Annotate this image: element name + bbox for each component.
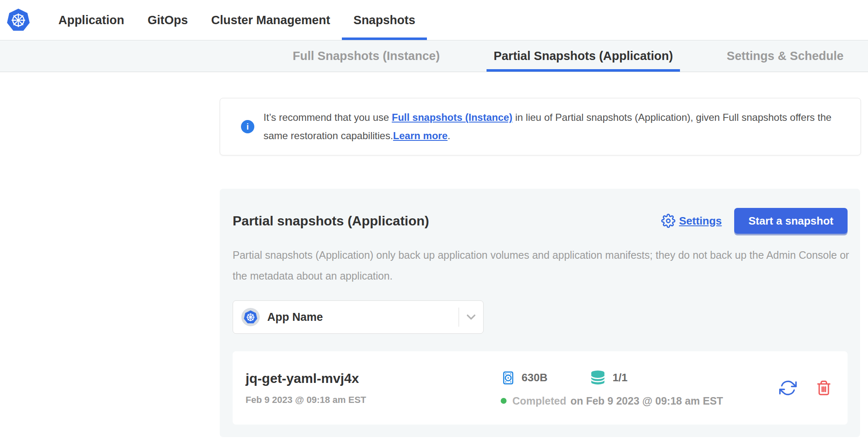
tab-settings-schedule[interactable]: Settings & Schedule — [720, 40, 850, 72]
start-snapshot-button[interactable]: Start a snapshot — [734, 208, 848, 234]
status-label: Completed — [512, 395, 566, 407]
main-content: i It’s recommend that you use Full snaps… — [0, 72, 868, 437]
delete-snapshot-button[interactable] — [816, 380, 832, 396]
top-nav: Application GitOps Cluster Management Sn… — [0, 0, 868, 40]
status-dot-icon — [501, 398, 507, 404]
snapshot-size-value: 630B — [522, 371, 547, 384]
snapshot-metrics: 630B 1/1 — [501, 369, 723, 387]
page-title: Partial snapshots (Application) — [233, 213, 429, 229]
gear-icon — [661, 214, 675, 228]
disk-icon — [501, 370, 516, 385]
info-text-end: . — [448, 130, 451, 141]
info-banner-text: It’s recommend that you use Full snapsho… — [263, 108, 844, 145]
nav-gitops[interactable]: GitOps — [136, 0, 200, 40]
trash-icon — [816, 380, 832, 396]
restore-icon — [779, 379, 797, 397]
snapshot-row: jq-get-yaml-mvj4x Feb 9 2023 @ 09:18 am … — [233, 351, 848, 425]
app-badge — [241, 308, 260, 326]
info-banner: i It’s recommend that you use Full snaps… — [220, 98, 861, 155]
settings-link[interactable]: Settings — [661, 214, 722, 228]
restore-snapshot-button[interactable] — [779, 379, 797, 397]
database-icon — [589, 369, 607, 387]
nav-cluster-management[interactable]: Cluster Management — [200, 0, 342, 40]
settings-link-label: Settings — [679, 215, 722, 228]
snapshot-size: 630B — [501, 370, 547, 385]
kubernetes-logo-icon — [6, 8, 30, 32]
snapshot-created-at: Feb 9 2023 @ 09:18 am EST — [246, 395, 501, 405]
panel-actions: Settings Start a snapshot — [661, 208, 848, 234]
app-selector-dropdown[interactable]: App Name — [233, 300, 484, 334]
snapshot-details: 630B 1/1 — [501, 369, 723, 407]
chevron-down-icon[interactable] — [459, 310, 483, 324]
nav-application[interactable]: Application — [47, 0, 136, 40]
snapshot-identity: jq-get-yaml-mvj4x Feb 9 2023 @ 09:18 am … — [246, 371, 501, 405]
top-nav-items: Application GitOps Cluster Management Sn… — [47, 0, 427, 40]
snapshot-name: jq-get-yaml-mvj4x — [246, 371, 501, 386]
status-finished-at: on Feb 9 2023 @ 09:18 am EST — [570, 395, 723, 407]
snapshots-tab-bar: Full Snapshots (Instance) Partial Snapsh… — [0, 40, 868, 72]
tab-full-snapshots[interactable]: Full Snapshots (Instance) — [286, 40, 447, 72]
panel-header: Partial snapshots (Application) Settings… — [233, 208, 848, 234]
nav-snapshots[interactable]: Snapshots — [342, 0, 427, 40]
partial-snapshots-panel: Partial snapshots (Application) Settings… — [220, 189, 860, 437]
panel-description: Partial snapshots (Application) only bac… — [233, 245, 850, 286]
snapshot-volumes-value: 1/1 — [612, 371, 627, 384]
kubernetes-app-icon — [243, 310, 258, 324]
learn-more-link[interactable]: Learn more — [393, 130, 448, 141]
tab-partial-snapshots[interactable]: Partial Snapshots (Application) — [487, 40, 680, 72]
info-text-start: It’s recommend that you use — [263, 112, 392, 123]
info-icon: i — [241, 120, 254, 133]
app-selector-value: App Name — [267, 311, 323, 324]
full-snapshots-link[interactable]: Full snapshots (Instance) — [392, 112, 512, 123]
snapshot-volumes: 1/1 — [589, 369, 627, 387]
snapshot-actions — [779, 379, 832, 397]
snapshot-status: Completed on Feb 9 2023 @ 09:18 am EST — [501, 395, 723, 407]
